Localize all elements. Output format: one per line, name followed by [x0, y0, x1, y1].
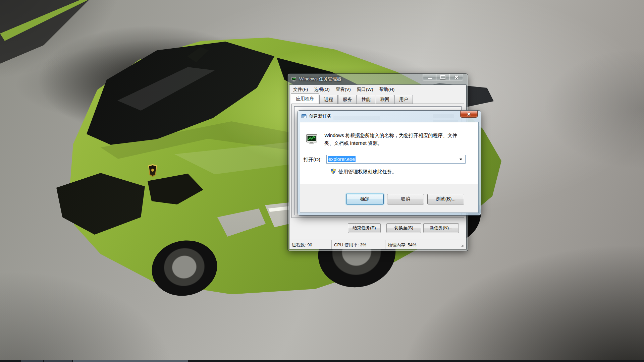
dialog-footer: 确定 取消 浏览(B)... [300, 184, 478, 213]
taskbar-item-hint[interactable] [73, 360, 188, 362]
new-task-button[interactable]: 新任务(N)... [423, 223, 459, 233]
menu-bar: 文件(F) 选项(O) 查看(V) 窗口(W) 帮助(H) [289, 85, 466, 94]
uac-shield-icon [330, 168, 336, 174]
dialog-content: Windows 将根据您所输入的名称，为您打开相应的程序、文件夹、文档或 Int… [300, 122, 478, 184]
resize-grip[interactable] [461, 244, 462, 244]
cancel-button[interactable]: 取消 [387, 194, 424, 204]
minimize-button[interactable] [423, 74, 436, 80]
create-new-task-dialog: 创建新任务 Windows 将根据您所输入的名称，为您打开相应的程序、文件夹、文… [298, 111, 481, 215]
menu-help[interactable]: 帮助(H) [376, 85, 397, 94]
open-label: 打开(O): [304, 157, 322, 163]
task-manager-icon [291, 76, 297, 82]
dialog-titlebar[interactable]: 创建新任务 [298, 111, 481, 122]
lamborghini-badge-emblem [151, 169, 154, 172]
open-combobox[interactable]: explorer.exe [326, 155, 466, 164]
menu-windows[interactable]: 窗口(W) [354, 85, 376, 94]
dialog-close-button[interactable] [460, 111, 478, 118]
chevron-down-icon[interactable] [460, 159, 462, 160]
tab-processes[interactable]: 进程 [319, 95, 338, 104]
close-icon [467, 112, 471, 116]
menu-options[interactable]: 选项(O) [311, 85, 333, 94]
switch-to-button[interactable]: 切换至(S) [386, 223, 421, 233]
end-task-button[interactable]: 结束任务(E) [348, 223, 381, 233]
window-controls [423, 74, 463, 80]
taskbar-item-hint[interactable] [21, 360, 43, 362]
admin-privileges-note: 使用管理权限创建此任务。 [338, 169, 397, 175]
task-manager-titlebar[interactable]: Windows 任务管理器 [288, 74, 468, 84]
status-processes: 进程数: 90 [289, 240, 332, 249]
open-combobox-value: explorer.exe [328, 156, 356, 162]
tab-performance[interactable]: 性能 [357, 95, 375, 104]
dialog-title: 创建新任务 [309, 113, 332, 119]
close-icon [454, 75, 459, 79]
task-manager-app-icon [306, 133, 318, 145]
run-dialog-icon [301, 114, 307, 119]
ok-button[interactable]: 确定 [346, 194, 384, 204]
tab-users[interactable]: 用户 [394, 95, 413, 104]
tab-applications[interactable]: 应用程序 [291, 94, 319, 104]
status-bar: 进程数: 90 CPU 使用率: 3% 物理内存: 54% [289, 240, 466, 249]
menu-file[interactable]: 文件(F) [290, 85, 311, 94]
status-memory: 物理内存: 54% [385, 240, 466, 249]
status-cpu: CPU 使用率: 3% [332, 240, 385, 249]
menu-view[interactable]: 查看(V) [333, 85, 354, 94]
close-button[interactable] [449, 74, 463, 80]
taskbar-item-hint[interactable] [44, 360, 72, 362]
maximize-button[interactable] [436, 74, 450, 80]
tab-networking[interactable]: 联网 [376, 95, 394, 104]
tab-strip: 应用程序 进程 服务 性能 联网 用户 [289, 94, 466, 104]
browse-button[interactable]: 浏览(B)... [427, 194, 464, 204]
dialog-client-area: Windows 将根据您所输入的名称，为您打开相应的程序、文件夹、文档或 Int… [300, 122, 479, 213]
desktop: Windows 任务管理器 文件(F) 选项(O) 查看(V) 窗口(W) 帮助… [0, 0, 644, 362]
taskbar-edge[interactable] [0, 360, 644, 362]
tab-services[interactable]: 服务 [338, 95, 357, 104]
maximize-icon [440, 75, 445, 79]
dialog-description: Windows 将根据您所输入的名称，为您打开相应的程序、文件夹、文档或 Int… [324, 132, 467, 147]
window-title: Windows 任务管理器 [299, 76, 341, 82]
minimize-icon [428, 78, 432, 79]
